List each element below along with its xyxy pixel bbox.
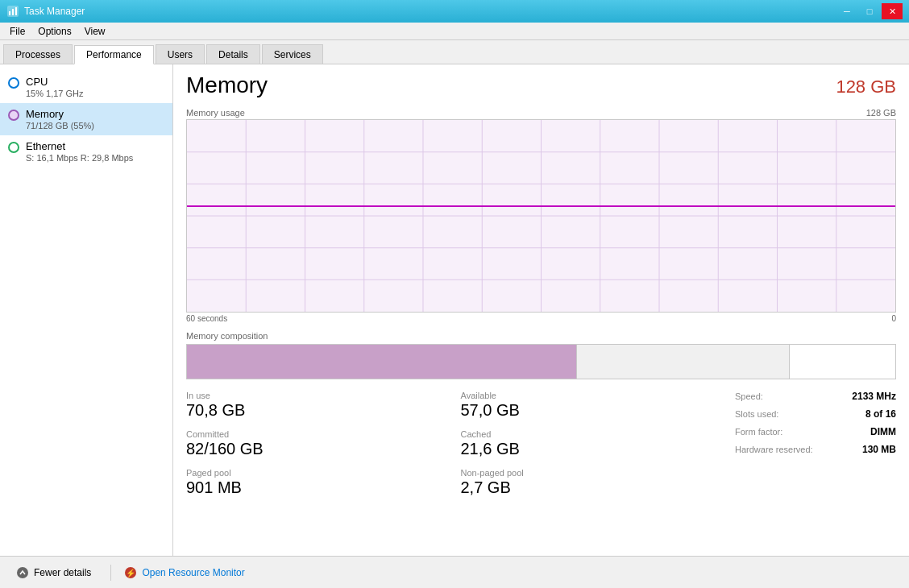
comp-free xyxy=(789,345,895,379)
tab-users[interactable]: Users xyxy=(156,44,205,64)
menu-item-view[interactable]: View xyxy=(78,24,112,39)
bottom-bar: Fewer details ⚡ Open Resource Monitor xyxy=(0,556,909,588)
graph-grid-svg xyxy=(187,120,895,312)
graph-time-labels: 60 seconds 0 xyxy=(186,314,896,323)
close-button[interactable]: ✕ xyxy=(882,3,903,19)
stat-slots-label: Slots used: xyxy=(735,409,778,419)
menu-bar: File Options View xyxy=(0,23,909,40)
stat-hardware-reserved-value: 130 MB xyxy=(862,444,896,455)
tab-performance[interactable]: Performance xyxy=(74,45,154,64)
open-resource-monitor-link[interactable]: ⚡ Open Resource Monitor xyxy=(124,566,244,579)
sidebar: CPU 15% 1,17 GHz Memory 71/128 GB (55%) … xyxy=(0,64,173,556)
ethernet-dot xyxy=(8,142,19,153)
graph-label-left: Memory usage xyxy=(186,108,245,118)
window-title: Task Manager xyxy=(24,6,85,17)
bottom-separator xyxy=(110,565,111,581)
stat-slots-value: 8 of 16 xyxy=(865,408,896,420)
stat-committed-label: Committed xyxy=(186,429,437,439)
cpu-title: CPU xyxy=(26,76,84,88)
svg-point-21 xyxy=(17,567,28,578)
stat-in-use-value: 70,8 GB xyxy=(186,401,437,420)
minimize-button[interactable]: ─ xyxy=(836,3,857,19)
memory-text: Memory 71/128 GB (55%) xyxy=(26,108,94,130)
svg-rect-1 xyxy=(9,11,10,15)
left-stats: In use 70,8 GB Available 57,0 GB Committ… xyxy=(186,391,711,497)
stat-speed-value: 2133 MHz xyxy=(852,391,896,402)
stat-paged-pool-value: 901 MB xyxy=(186,478,437,497)
cpu-subtitle: 15% 1,17 GHz xyxy=(26,89,84,98)
fewer-details-button[interactable]: Fewer details xyxy=(10,563,98,582)
tab-bar: Processes Performance Users Details Serv… xyxy=(0,40,909,64)
stat-slots-row: Slots used: 8 of 16 xyxy=(735,408,896,420)
memory-composition-section: Memory composition xyxy=(186,331,896,379)
sidebar-item-cpu[interactable]: CPU 15% 1,17 GHz xyxy=(0,71,172,103)
resource-monitor-icon: ⚡ xyxy=(124,566,137,579)
stat-cached-label: Cached xyxy=(461,429,712,439)
comp-in-use xyxy=(187,345,576,379)
stat-cached: Cached 21,6 GB xyxy=(461,429,712,458)
sidebar-item-ethernet[interactable]: Ethernet S: 16,1 Mbps R: 29,8 Mbps xyxy=(0,135,172,168)
stat-speed-row: Speed: 2133 MHz xyxy=(735,391,896,402)
stat-hardware-reserved-label: Hardware reserved: xyxy=(735,445,813,454)
stat-committed: Committed 82/160 GB xyxy=(186,429,437,458)
stat-cached-value: 21,6 GB xyxy=(461,440,712,458)
stat-in-use-label: In use xyxy=(186,391,437,400)
sidebar-item-memory[interactable]: Memory 71/128 GB (55%) xyxy=(0,103,172,135)
stat-in-use: In use 70,8 GB xyxy=(186,391,437,420)
fewer-details-label: Fewer details xyxy=(34,567,91,578)
tab-services[interactable]: Services xyxy=(262,44,323,64)
memory-page-title: Memory xyxy=(186,72,268,98)
title-bar: Task Manager ─ □ ✕ xyxy=(0,0,909,23)
memory-dot xyxy=(8,110,19,121)
maximize-button[interactable]: □ xyxy=(859,3,880,19)
graph-time-start: 60 seconds xyxy=(186,314,227,323)
graph-label-right: 128 GB xyxy=(866,108,896,118)
memory-subtitle: 71/128 GB (55%) xyxy=(26,121,94,130)
ethernet-subtitle: S: 16,1 Mbps R: 29,8 Mbps xyxy=(26,153,133,163)
stat-non-paged-pool: Non-paged pool 2,7 GB xyxy=(461,468,712,497)
tab-details[interactable]: Details xyxy=(206,44,260,64)
stat-available: Available 57,0 GB xyxy=(461,391,712,420)
graph-label-row: Memory usage 128 GB xyxy=(186,108,896,118)
tab-processes[interactable]: Processes xyxy=(3,44,73,64)
stat-form-factor-row: Form factor: DIMM xyxy=(735,426,896,437)
memory-usage-graph-section: Memory usage 128 GB xyxy=(186,108,896,323)
content-area: Memory 128 GB Memory usage 128 GB xyxy=(173,64,909,556)
content-header: Memory 128 GB xyxy=(186,72,896,98)
stat-available-value: 57,0 GB xyxy=(461,401,712,420)
stat-available-label: Available xyxy=(461,391,712,400)
main-content: CPU 15% 1,17 GHz Memory 71/128 GB (55%) … xyxy=(0,64,909,556)
stat-paged-pool: Paged pool 901 MB xyxy=(186,468,437,497)
right-stats: Speed: 2133 MHz Slots used: 8 of 16 Form… xyxy=(735,391,896,497)
app-icon xyxy=(6,5,19,18)
cpu-text: CPU 15% 1,17 GHz xyxy=(26,76,84,98)
ethernet-title: Ethernet xyxy=(26,140,133,152)
menu-item-file[interactable]: File xyxy=(3,24,31,39)
comp-standby xyxy=(576,345,789,379)
cpu-dot xyxy=(8,77,19,89)
memory-title: Memory xyxy=(26,108,94,120)
stat-speed-label: Speed: xyxy=(735,391,763,401)
chevron-up-icon xyxy=(16,566,29,579)
stats-section: In use 70,8 GB Available 57,0 GB Committ… xyxy=(186,391,896,497)
stat-committed-value: 82/160 GB xyxy=(186,440,437,458)
title-bar-left: Task Manager xyxy=(6,5,85,18)
stat-non-paged-pool-value: 2,7 GB xyxy=(461,478,712,497)
composition-label: Memory composition xyxy=(186,331,896,341)
memory-total-value: 128 GB xyxy=(836,77,896,97)
svg-text:⚡: ⚡ xyxy=(126,568,136,578)
stat-paged-pool-label: Paged pool xyxy=(186,468,437,478)
svg-rect-3 xyxy=(15,7,17,15)
stat-form-factor-value: DIMM xyxy=(870,426,896,437)
menu-item-options[interactable]: Options xyxy=(31,24,77,39)
stat-non-paged-pool-label: Non-paged pool xyxy=(461,468,712,478)
stat-form-factor-label: Form factor: xyxy=(735,427,782,437)
graph-time-end: 0 xyxy=(891,314,896,323)
composition-bar xyxy=(186,344,896,379)
stat-hardware-reserved-row: Hardware reserved: 130 MB xyxy=(735,444,896,455)
memory-graph xyxy=(186,119,896,313)
resource-monitor-label: Open Resource Monitor xyxy=(142,567,244,578)
svg-rect-2 xyxy=(12,9,14,15)
ethernet-text: Ethernet S: 16,1 Mbps R: 29,8 Mbps xyxy=(26,140,133,163)
window-controls: ─ □ ✕ xyxy=(836,3,903,19)
